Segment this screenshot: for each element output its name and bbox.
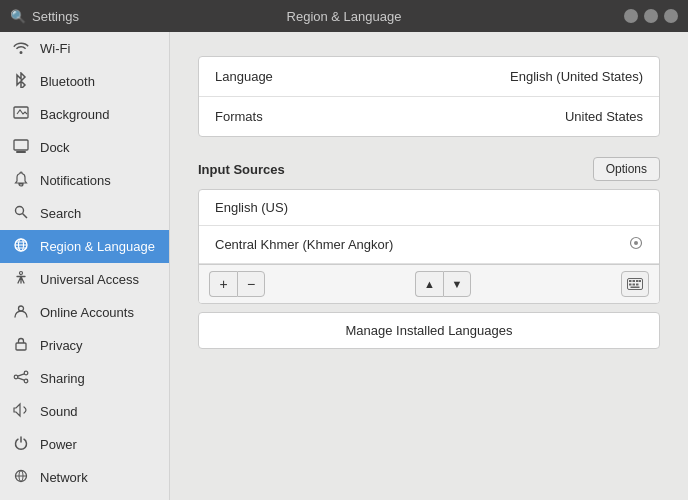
maximize-button[interactable] [644, 9, 658, 23]
sound-icon [12, 402, 30, 421]
content-area: Language English (United States) Formats… [170, 32, 688, 500]
sidebar-item-devices[interactable]: Devices › [0, 494, 169, 500]
move-up-button[interactable]: ▲ [415, 271, 443, 297]
khmer-settings-icon[interactable] [629, 236, 643, 253]
add-input-source-button[interactable]: + [209, 271, 237, 297]
titlebar: 🔍 Settings Region & Language [0, 0, 688, 32]
sidebar-label-bluetooth: Bluetooth [40, 74, 157, 89]
sidebar-label-wifi: Wi-Fi [40, 41, 157, 56]
wifi-icon [12, 39, 30, 58]
region-language-icon [12, 237, 30, 256]
privacy-icon [12, 336, 30, 355]
svg-rect-30 [633, 280, 636, 282]
svg-rect-34 [633, 284, 636, 286]
sidebar-item-region-language[interactable]: Region & Language [0, 230, 169, 263]
formats-value: United States [565, 109, 643, 124]
svg-rect-32 [639, 280, 641, 282]
background-icon [12, 105, 30, 124]
sidebar-label-power: Power [40, 437, 157, 452]
svg-rect-31 [636, 280, 639, 282]
language-value: English (United States) [510, 69, 643, 84]
input-sources-title: Input Sources [198, 162, 285, 177]
titlebar-search-icon[interactable]: 🔍 [10, 9, 26, 24]
online-accounts-icon [12, 303, 30, 322]
bluetooth-icon [12, 72, 30, 91]
sidebar-item-online-accounts[interactable]: Online Accounts [0, 296, 169, 329]
move-down-button[interactable]: ▼ [443, 271, 471, 297]
sidebar-item-dock[interactable]: Dock [0, 131, 169, 164]
universal-access-icon [12, 270, 30, 289]
sidebar-label-search: Search [40, 206, 157, 221]
svg-line-17 [18, 378, 25, 380]
remove-input-source-button[interactable]: − [237, 271, 265, 297]
power-icon [12, 435, 30, 454]
sidebar-item-power[interactable]: Power [0, 428, 169, 461]
sidebar-label-background: Background [40, 107, 157, 122]
svg-point-27 [634, 241, 638, 245]
formats-row[interactable]: Formats United States [199, 97, 659, 136]
sidebar-item-wifi[interactable]: Wi-Fi [0, 32, 169, 65]
notifications-icon [12, 171, 30, 190]
input-source-english-label: English (US) [215, 200, 643, 215]
sidebar-label-universal-access: Universal Access [40, 272, 157, 287]
sidebar-label-notifications: Notifications [40, 173, 157, 188]
sidebar-item-background[interactable]: Background [0, 98, 169, 131]
svg-rect-2 [16, 151, 26, 153]
sidebar-item-sharing[interactable]: Sharing [0, 362, 169, 395]
titlebar-controls [624, 9, 678, 23]
svg-line-16 [18, 374, 25, 376]
language-row[interactable]: Language English (United States) [199, 57, 659, 97]
input-sources-toolbar: + − ▲ ▼ [199, 264, 659, 303]
toolbar-add-remove: + − [209, 271, 265, 297]
svg-point-10 [20, 272, 23, 275]
keyboard-shortcuts-button[interactable] [621, 271, 649, 297]
sidebar-label-region-language: Region & Language [40, 239, 157, 254]
sidebar-item-privacy[interactable]: Privacy [0, 329, 169, 362]
sidebar-item-sound[interactable]: Sound [0, 395, 169, 428]
sidebar: Wi-Fi Bluetooth Background Dock Notifica… [0, 32, 170, 500]
sidebar-item-bluetooth[interactable]: Bluetooth [0, 65, 169, 98]
svg-rect-1 [14, 140, 28, 150]
svg-rect-35 [636, 284, 639, 286]
manage-installed-languages-button[interactable]: Manage Installed Languages [198, 312, 660, 349]
locale-card: Language English (United States) Formats… [198, 56, 660, 137]
minimize-button[interactable] [624, 9, 638, 23]
svg-point-13 [24, 371, 28, 375]
input-source-english[interactable]: English (US) [199, 190, 659, 226]
network-icon [12, 468, 30, 487]
close-button[interactable] [664, 9, 678, 23]
svg-line-4 [23, 214, 28, 219]
sidebar-item-notifications[interactable]: Notifications [0, 164, 169, 197]
options-button[interactable]: Options [593, 157, 660, 181]
toolbar-move-arrows: ▲ ▼ [415, 271, 471, 297]
sidebar-label-sound: Sound [40, 404, 157, 419]
svg-point-14 [14, 375, 18, 379]
toolbar-keyboard [621, 271, 649, 297]
main-layout: Wi-Fi Bluetooth Background Dock Notifica… [0, 32, 688, 500]
svg-rect-12 [16, 343, 26, 350]
dock-icon [12, 138, 30, 157]
svg-rect-36 [631, 287, 640, 289]
titlebar-left: 🔍 Settings [10, 9, 79, 24]
sidebar-item-network[interactable]: Network [0, 461, 169, 494]
language-label: Language [215, 69, 510, 84]
titlebar-app-name: Settings [32, 9, 79, 24]
titlebar-page-title: Region & Language [287, 9, 402, 24]
svg-point-11 [19, 306, 24, 311]
sidebar-label-online-accounts: Online Accounts [40, 305, 157, 320]
svg-point-15 [24, 379, 28, 383]
input-sources-header: Input Sources Options [198, 157, 660, 181]
sidebar-label-privacy: Privacy [40, 338, 157, 353]
sidebar-item-universal-access[interactable]: Universal Access [0, 263, 169, 296]
sidebar-label-sharing: Sharing [40, 371, 157, 386]
svg-rect-29 [629, 280, 632, 282]
sidebar-item-search[interactable]: Search [0, 197, 169, 230]
input-source-khmer[interactable]: Central Khmer (Khmer Angkor) [199, 226, 659, 264]
svg-rect-33 [629, 284, 632, 286]
svg-point-3 [16, 207, 24, 215]
input-source-khmer-label: Central Khmer (Khmer Angkor) [215, 237, 629, 252]
input-sources-card: English (US) Central Khmer (Khmer Angkor… [198, 189, 660, 304]
sidebar-label-dock: Dock [40, 140, 157, 155]
sharing-icon [12, 369, 30, 388]
search-icon [12, 204, 30, 223]
